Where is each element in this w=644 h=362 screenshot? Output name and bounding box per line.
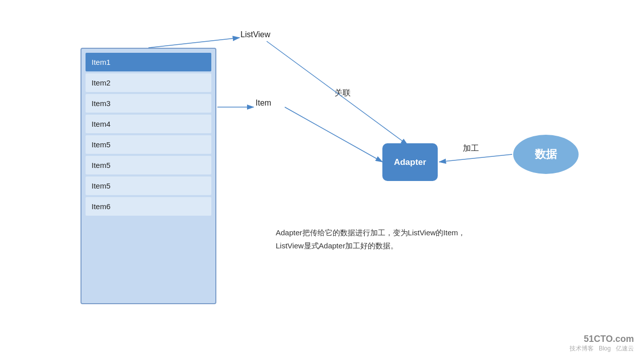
list-item: Item3 <box>86 94 211 113</box>
svg-line-6 <box>439 154 512 162</box>
guanlian-label: 关联 <box>335 88 351 99</box>
svg-line-2 <box>148 38 239 48</box>
list-item: Item1 <box>86 53 211 71</box>
list-item: Item5 <box>86 135 211 154</box>
listview-label: ListView <box>240 30 270 39</box>
watermark-sub: 技术博客 Blog 亿速云 <box>570 344 634 353</box>
description-line1: Adapter把传给它的数据进行加工，变为ListView的Item， <box>276 226 465 239</box>
svg-line-5 <box>285 107 382 162</box>
list-item: Item5 <box>86 176 211 195</box>
description-text: Adapter把传给它的数据进行加工，变为ListView的Item， List… <box>276 226 465 252</box>
list-item: Item5 <box>86 156 211 174</box>
adapter-box: Adapter <box>382 143 438 181</box>
description-line2: ListView显式Adapter加工好的数据。 <box>276 239 465 252</box>
watermark: 51CTO.com 技术博客 Blog 亿速云 <box>570 334 634 353</box>
watermark-site: 51CTO.com <box>570 334 634 344</box>
data-label: 数据 <box>535 147 557 162</box>
list-item: Item6 <box>86 197 211 216</box>
item-label: Item <box>256 99 271 108</box>
list-item: Item2 <box>86 73 211 92</box>
jiagong-label: 加工 <box>463 143 479 154</box>
adapter-label: Adapter <box>394 157 426 167</box>
data-ellipse: 数据 <box>513 135 579 174</box>
listview-container: Item1 Item2 Item3 Item4 Item5 Item5 Item… <box>80 48 216 304</box>
list-item: Item4 <box>86 115 211 133</box>
diagram-container: Item1 Item2 Item3 Item4 Item5 Item5 Item… <box>0 0 644 362</box>
